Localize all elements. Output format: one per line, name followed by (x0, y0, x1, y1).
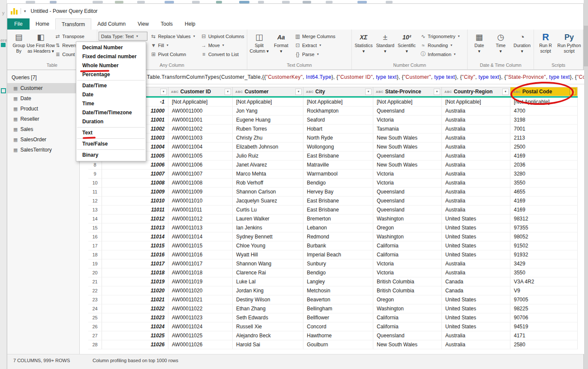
button-pivot-column[interactable]: ⊞Pivot Column (148, 50, 198, 59)
cell[interactable]: Australia (442, 179, 510, 187)
cell[interactable]: Tasmania (373, 125, 442, 134)
cell[interactable]: [Not Applicable] (442, 98, 510, 107)
cell[interactable]: 11020 (102, 286, 168, 295)
cell[interactable]: Australia (442, 125, 510, 134)
cell[interactable]: Victoria (373, 259, 442, 268)
button-run-r-script[interactable]: RRun Rscript (535, 30, 556, 54)
cell[interactable]: Australia (442, 331, 510, 340)
cell[interactable]: 11008 (102, 179, 168, 187)
cell[interactable]: Destiny Wilson (233, 295, 303, 304)
button-replace-values[interactable]: ⇆Replace Values▾ (148, 32, 198, 41)
cell[interactable]: V9 (510, 286, 578, 295)
cell[interactable]: Washington (373, 214, 442, 223)
cell[interactable]: Langley (303, 277, 373, 286)
menu-item-text[interactable]: Text (76, 128, 146, 137)
cell[interactable]: Queensland (373, 196, 442, 205)
cell[interactable]: 11012 (102, 214, 168, 223)
tab-file[interactable]: File (7, 18, 30, 30)
cell[interactable]: Warrnambool (303, 170, 373, 179)
cell[interactable]: Australia (442, 161, 510, 170)
cell[interactable]: AW00011015 (168, 241, 233, 250)
cell[interactable]: 97355 (510, 223, 578, 232)
cell[interactable]: United States (442, 322, 510, 331)
filter-dropdown-icon[interactable]: ▾ (434, 89, 440, 95)
cell[interactable]: Australia (442, 187, 510, 196)
cell[interactable]: British Columbia (373, 277, 442, 286)
cell[interactable]: 11013 (102, 223, 168, 232)
cell[interactable]: New South Wales (373, 143, 442, 152)
sidebar-item-query-salesterritory[interactable]: ▦SalesTerritory (7, 145, 79, 155)
sidebar-item-query-sales[interactable]: ▦Sales (7, 124, 79, 134)
column-header-customer-id[interactable]: ABCCustomer ID▾ (168, 87, 233, 96)
cell[interactable]: AW00011009 (168, 187, 233, 196)
cell[interactable]: Burbank (303, 241, 373, 250)
cell[interactable]: 2036 (510, 161, 578, 170)
cell[interactable]: [Not Applicable] (373, 98, 442, 107)
column-header-customer[interactable]: ABCCustomer▾ (233, 87, 303, 96)
cell[interactable]: 11010 (102, 196, 168, 205)
filter-dropdown-icon[interactable]: ▾ (225, 89, 231, 95)
cell[interactable]: Christy Zhu (233, 134, 303, 143)
cell[interactable]: Shannon Carlson (233, 187, 303, 196)
cell[interactable]: Russell Xie (233, 322, 303, 331)
menu-item-fixed-decimal-number[interactable]: Fixed decimal number (76, 52, 146, 61)
button-time[interactable]: ◷Time▾ (490, 30, 511, 54)
cell[interactable]: Wollongong (303, 143, 373, 152)
menu-item-decimal-number[interactable]: Decimal Number (76, 43, 146, 52)
cell[interactable]: AW00011002 (168, 125, 233, 134)
button-trigonometry[interactable]: ∿Trigonometry▾ (418, 32, 462, 41)
cell[interactable]: Curtis Lu (233, 205, 303, 214)
cell[interactable]: California (373, 313, 442, 322)
cell[interactable]: 11021 (102, 295, 168, 304)
cell[interactable]: AW00011022 (168, 304, 233, 313)
button-information[interactable]: ⓘInformation▾ (418, 50, 462, 59)
cell[interactable]: Matraville (303, 161, 373, 170)
cell[interactable]: 90706 (510, 313, 578, 322)
cell[interactable]: 3550 (510, 268, 578, 277)
cell[interactable]: 11006 (102, 161, 168, 170)
cell[interactable]: 97005 (510, 295, 578, 304)
button-fill[interactable]: ▼Fill▾ (148, 41, 198, 50)
menu-item-date[interactable]: Date (76, 90, 146, 99)
cell[interactable]: 98052 (510, 232, 578, 241)
cell[interactable]: Victoria (373, 116, 442, 125)
cell[interactable]: Australia (442, 143, 510, 152)
cell[interactable]: 11018 (102, 268, 168, 277)
cell[interactable]: Australia (442, 116, 510, 125)
cell[interactable]: [Not Applicable] (233, 98, 303, 107)
cell[interactable]: 11016 (102, 250, 168, 259)
filter-dropdown-icon[interactable]: ▾ (160, 89, 167, 95)
cell[interactable]: Beaverton (303, 295, 373, 304)
cell[interactable]: Clarence Rai (233, 268, 303, 277)
cell[interactable]: 4169 (510, 152, 578, 161)
button-split-column[interactable]: ◫SplitColumn ▾ (249, 30, 270, 54)
tab-transform[interactable]: Transform (55, 18, 91, 30)
cell[interactable]: United States (442, 313, 510, 322)
cell[interactable]: 11011 (102, 205, 168, 214)
cell[interactable]: Oregon (373, 295, 442, 304)
cell[interactable]: Eugene Huang (233, 116, 303, 125)
cell[interactable]: 11022 (102, 304, 168, 313)
column-header-state-province[interactable]: ABCState-Province▾ (373, 87, 442, 96)
cell[interactable]: Australia (442, 152, 510, 161)
cell[interactable]: 4169 (510, 196, 578, 205)
cell[interactable]: 7001 (510, 125, 578, 134)
cell[interactable]: Rockhampton (303, 107, 373, 116)
menu-item-duration[interactable]: Duration (76, 117, 146, 126)
cell[interactable]: AW00011008 (168, 179, 233, 187)
cell[interactable]: Jordan King (233, 286, 303, 295)
cell[interactable]: Washington (373, 232, 442, 241)
button-merge-columns[interactable]: ▥Merge Columns (292, 32, 338, 41)
button-rounding[interactable]: ≈Rounding▾ (418, 41, 462, 50)
tab-add-column[interactable]: Add Column (91, 18, 132, 30)
cell[interactable]: Luke Lal (233, 277, 303, 286)
cell[interactable]: Hawthorne (303, 331, 373, 340)
cell[interactable]: Queensland (373, 331, 442, 340)
button-parse[interactable]: {}Parse▾ (292, 50, 338, 59)
menu-item-true-false[interactable]: True/False (76, 140, 146, 149)
button-data-type-text[interactable]: Data Type: Text▾ (99, 32, 147, 41)
cell[interactable]: British Columbia (373, 286, 442, 295)
cell[interactable]: AW00011023 (168, 313, 233, 322)
cell[interactable]: Washington (373, 304, 442, 313)
cell[interactable]: Queensland (373, 205, 442, 214)
